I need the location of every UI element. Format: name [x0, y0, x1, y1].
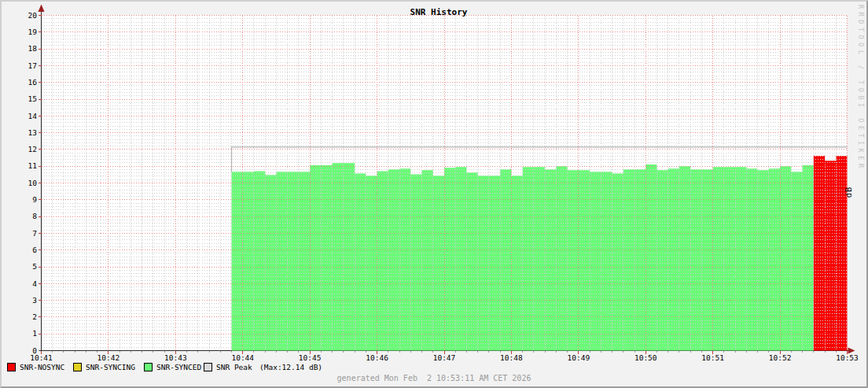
- y-tick-label: 14: [28, 112, 38, 120]
- legend-label: SNR-SYNCING: [86, 363, 135, 371]
- legend-max-note: (Max:12.14 dB): [259, 363, 322, 371]
- y-tick-label: 6: [32, 246, 37, 254]
- y-tick-label: 8: [32, 212, 37, 220]
- chart-legend: SNR-NOSYNC SNR-SYNCING SNR-SYNCED SNR Pe…: [2, 362, 866, 373]
- y-tick-label: 3: [32, 296, 37, 305]
- y-tick-label: 1: [32, 329, 37, 338]
- y-tick-label: 20: [28, 11, 38, 20]
- y-tick-label: 11: [28, 161, 38, 170]
- y-tick-label: 7: [32, 229, 37, 238]
- legend-swatch-yellow-icon: [73, 363, 82, 371]
- x-tick-label: 10:48: [500, 353, 523, 362]
- y-tick-label: 16: [28, 78, 38, 87]
- y-tick-label: 4: [32, 279, 37, 288]
- rrdtool-graph: 0123456789101112131415161718192010:4110:…: [0, 0, 868, 388]
- y-axis-unit-label: dB: [843, 178, 854, 205]
- y-tick-label: 9: [32, 195, 37, 204]
- x-tick-label: 10:45: [299, 353, 322, 362]
- y-tick-label: 13: [28, 128, 37, 137]
- rrdtool-watermark: RRDTOOL / TOBI OETIKER: [857, 5, 865, 172]
- chart-title: SNR History: [41, 7, 837, 17]
- y-tick-label: 17: [28, 61, 37, 70]
- y-tick-label: 2: [32, 312, 37, 321]
- x-tick-label: 10:46: [366, 353, 388, 362]
- x-tick-label: 10:44: [231, 353, 254, 362]
- x-tick-label: 10:53: [836, 353, 859, 362]
- legend-swatch-green-icon: [144, 363, 153, 371]
- x-tick-label: 10:42: [97, 353, 120, 362]
- y-tick-label: 5: [32, 262, 37, 271]
- y-tick-label: 19: [28, 28, 38, 36]
- x-tick-label: 10:49: [568, 353, 590, 362]
- x-tick-label: 10:41: [30, 353, 53, 362]
- legend-label: SNR Peak: [216, 363, 252, 371]
- unit-label-text: dB: [844, 187, 853, 198]
- x-tick-label: 10:52: [769, 353, 792, 362]
- x-tick-label: 10:50: [634, 353, 657, 362]
- legend-swatch-red-icon: [7, 363, 16, 371]
- x-tick-label: 10:47: [433, 353, 456, 362]
- y-tick-label: 15: [28, 94, 37, 103]
- y-tick-label: 18: [28, 44, 38, 53]
- y-tick-label: 10: [28, 179, 38, 187]
- x-tick-label: 10:51: [701, 353, 724, 362]
- generated-timestamp: generated Mon Feb 2 10:53:11 AM CET 2026: [2, 374, 866, 382]
- x-tick-label: 10:43: [164, 353, 187, 362]
- legend-label: SNR-SYNCED: [156, 363, 201, 371]
- y-tick-label: 12: [28, 145, 37, 153]
- legend-label: SNR-NOSYNC: [20, 363, 64, 371]
- legend-swatch-gray-icon: [204, 363, 212, 371]
- snr-history-chart: 0123456789101112131415161718192010:4110:…: [2, 2, 868, 388]
